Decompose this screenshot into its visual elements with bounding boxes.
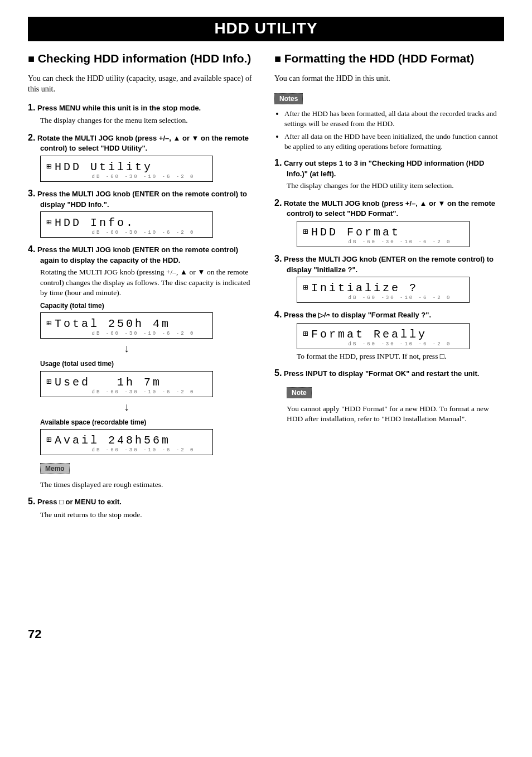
right-step-2: 2. Rotate the MULTI JOG knob (press +/–,…: [274, 197, 504, 247]
right-intro: You can format the HDD in this unit.: [274, 74, 504, 84]
arrow-down-icon: ↓: [40, 399, 213, 414]
lcd-display: ⊞Total 250h 4m dB -60 -30 -10 -6 -2 0: [40, 312, 213, 339]
step-head-text: Press MENU while this unit is in the sto…: [37, 104, 201, 112]
lcd-caption: Available space (recordable time): [40, 418, 258, 427]
right-step-5: 5. Press INPUT to display "Format OK" an…: [274, 367, 504, 379]
right-section-title: Formatting the HDD (HDD Format): [274, 51, 504, 66]
step-body-text: Rotating the MULTI JOG knob (pressing +/…: [40, 267, 258, 298]
notes-chip: Notes: [274, 93, 303, 104]
lcd-text: Avail 248h56m: [55, 434, 171, 447]
lcd-text: Total 250h 4m: [55, 317, 171, 330]
step-body-text: The unit returns to the stop mode.: [40, 510, 258, 520]
hdd-icon: ⊞: [46, 162, 54, 172]
lcd-text: HDD Format: [311, 226, 400, 239]
step-head-text: Press the ▷/𝄐 to display "Format Really …: [284, 311, 431, 319]
step-number: 4.: [274, 310, 282, 319]
notes-list: After the HDD has been formatted, all da…: [274, 109, 504, 151]
hdd-icon: ⊞: [46, 436, 54, 445]
step-head-text: Press □ or MENU to exit.: [37, 498, 122, 506]
step-number: 2.: [274, 198, 282, 208]
left-step-5: 5. Press □ or MENU to exit. The unit ret…: [28, 495, 258, 520]
hdd-icon: ⊞: [303, 283, 310, 293]
left-column: Checking HDD information (HDD Info.) You…: [28, 48, 258, 525]
lcd-text: Used 1h 7m: [55, 376, 162, 389]
lcd-display: ⊞HDD Format dB -60 -30 -10 -6 -2 0: [297, 221, 470, 247]
step-head-text: Press the MULTI JOG knob (ENTER on the r…: [284, 255, 494, 274]
step-head-text: Rotate the MULTI JOG knob (press +/–, ▲ …: [37, 134, 249, 153]
step-number: 5.: [28, 496, 35, 506]
memo-text: The times displayed are rough estimates.: [40, 480, 258, 490]
hdd-icon: ⊞: [46, 378, 54, 387]
page-number: 72: [28, 626, 504, 643]
left-step-3: 3. Press the MULTI JOG knob (ENTER on th…: [28, 187, 258, 238]
lcd-display: ⊞HDD Info. dB -60 -30 -10 -6 -2 0: [40, 211, 213, 238]
step-number: 5.: [274, 368, 282, 378]
step-body-text: The display changes for the HDD utility …: [287, 181, 504, 191]
step-number: 4.: [28, 244, 35, 254]
note-chip: Note: [287, 387, 312, 398]
step-number: 2.: [28, 133, 35, 142]
hdd-icon: ⊞: [46, 218, 54, 228]
step-head-text: Carry out steps 1 to 3 in "Checking HDD …: [284, 159, 484, 178]
lcd-text: HDD Info.: [55, 216, 135, 229]
arrow-down-icon: ↓: [40, 341, 213, 356]
step-head-text: Press the MULTI JOG knob (ENTER on the r…: [37, 190, 247, 209]
right-column: Formatting the HDD (HDD Format) You can …: [274, 48, 504, 525]
step-body-text: The display changes for the menu item se…: [40, 115, 258, 126]
left-intro: You can check the HDD utility (capacity,…: [28, 74, 258, 95]
lcd-display: ⊞Format Really dB -60 -30 -10 -6 -2 0: [297, 323, 470, 349]
two-column-layout: Checking HDD information (HDD Info.) You…: [28, 48, 504, 525]
lcd-caption: Capacity (total time): [40, 301, 258, 310]
right-step-4: 4. Press the ▷/𝄐 to display "Format Real…: [274, 308, 504, 361]
right-step-3: 3. Press the MULTI JOG knob (ENTER on th…: [274, 253, 504, 303]
lcd-display: ⊞Used 1h 7m dB -60 -30 -10 -6 -2 0: [40, 371, 213, 397]
step-number: 3.: [28, 189, 35, 198]
note-text: You cannot apply "HDD Format" for a new …: [287, 404, 504, 424]
note-item: After all data on the HDD have been init…: [284, 132, 504, 151]
lcd-text: Format Really: [311, 328, 427, 341]
hdd-icon: ⊞: [46, 319, 54, 329]
step-body-text: To format the HDD, press INPUT. If not, …: [297, 351, 504, 361]
hdd-icon: ⊞: [303, 330, 310, 339]
lcd-display: ⊞Avail 248h56m dB -60 -30 -10 -6 -2 0: [40, 429, 213, 455]
memo-chip: Memo: [40, 463, 70, 474]
lcd-caption: Usage (total used time): [40, 359, 258, 368]
step-head-text: Press the MULTI JOG knob (ENTER on the r…: [37, 245, 238, 264]
step-number: 1.: [28, 103, 35, 112]
note-item: After the HDD has been formatted, all da…: [284, 109, 504, 128]
hdd-icon: ⊞: [303, 228, 310, 237]
left-step-4: 4. Press the MULTI JOG knob (ENTER on th…: [28, 243, 258, 455]
step-head-text: Rotate the MULTI JOG knob (press +/–, ▲ …: [284, 199, 495, 218]
lcd-display: ⊞Initialize ? dB -60 -30 -10 -6 -2 0: [297, 277, 470, 303]
page-banner: HDD UTILITY: [28, 17, 504, 41]
lcd-text: HDD Utility: [55, 161, 153, 173]
right-step-1: 1. Carry out steps 1 to 3 in "Checking H…: [274, 157, 504, 191]
left-step-1: 1. Press MENU while this unit is in the …: [28, 102, 258, 126]
step-number: 1.: [274, 158, 282, 167]
left-step-2: 2. Rotate the MULTI JOG knob (press +/–,…: [28, 132, 258, 182]
step-number: 3.: [274, 254, 282, 263]
left-section-title: Checking HDD information (HDD Info.): [28, 51, 258, 66]
lcd-display: ⊞HDD Utility dB -60 -30 -10 -6 -2 0: [40, 156, 213, 182]
step-head-text: Press INPUT to display "Format OK" and r…: [284, 369, 479, 378]
lcd-text: Initialize ?: [311, 282, 418, 295]
